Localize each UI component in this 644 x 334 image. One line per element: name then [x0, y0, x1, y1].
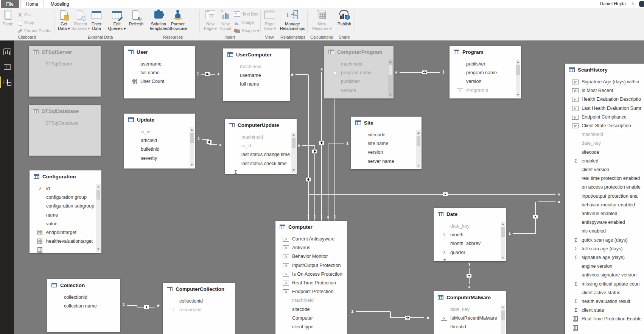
- scroll-up-icon[interactable]: [517, 61, 519, 63]
- table-field[interactable]: sitecode: [351, 131, 422, 139]
- table-field-partial[interactable]: [30, 247, 101, 253]
- entity-table-computer[interactable]: ComputerfxCurrent AntispywarefxAntivirus…: [275, 221, 347, 334]
- entity-table-configuration[interactable]: ConfigurationΣidconfiguration groupconfi…: [30, 170, 101, 253]
- entity-table-scanhistory[interactable]: ScanHistoryfxSignature Age (days) within…: [565, 64, 644, 334]
- partner-showcase-button[interactable]: Partner Showcase: [167, 9, 188, 34]
- sidebar-item-data-view[interactable]: [0, 60, 14, 74]
- table-field[interactable]: healthevaluationtarget: [30, 238, 101, 245]
- table-field[interactable]: Σclient state: [565, 307, 644, 314]
- table-field[interactable]: fxHealth Evaluation Descriptio: [565, 96, 644, 103]
- table-header[interactable]: Site: [351, 117, 422, 129]
- recent-sources-button[interactable]: Recent Sources ▾: [71, 9, 90, 34]
- cut-button[interactable]: Cut: [17, 11, 31, 18]
- entity-table-user[interactable]: Userusernamefull nameUser Count: [124, 46, 195, 98]
- table-scrollbar[interactable]: [516, 59, 520, 97]
- table-field[interactable]: collectionid: [47, 294, 120, 301]
- table-field[interactable]: version: [351, 149, 422, 156]
- table-field[interactable]: fxClient State Description: [565, 122, 644, 130]
- table-field[interactable]: input/output protection ena: [565, 193, 644, 200]
- table-field-partial[interactable]: [124, 164, 195, 169]
- table-header[interactable]: UserComputer: [223, 48, 290, 61]
- tab-modeling[interactable]: Modeling: [45, 0, 74, 8]
- table-header[interactable]: Configuration: [30, 170, 101, 183]
- table-field[interactable]: value: [30, 220, 101, 228]
- new-measure-button[interactable]: New Measure ▾: [311, 9, 333, 34]
- table-field[interactable]: fxEndpoint Compliance: [565, 114, 644, 121]
- entity-table-stsqldatabase[interactable]: STSqlDatabaseSTSqlDatabase: [29, 105, 101, 156]
- table-field[interactable]: last status check time: [225, 160, 297, 167]
- table-field[interactable]: fxIsMostRecentMalware: [434, 315, 506, 322]
- scroll-down-icon[interactable]: [292, 169, 295, 171]
- scrollbar-thumb[interactable]: [501, 311, 505, 320]
- table-field[interactable]: username: [223, 72, 290, 79]
- copy-button[interactable]: Copy: [17, 19, 34, 26]
- table-field[interactable]: last status change time: [225, 151, 297, 158]
- table-scrollbar[interactable]: [501, 305, 505, 334]
- table-field[interactable]: on access protection enable: [565, 184, 644, 191]
- model-canvas[interactable]: 1*1**1*1*11**1*1*1*1*1*1*STSqlServerSTSq…: [14, 41, 644, 334]
- scroll-down-icon[interactable]: [97, 248, 100, 250]
- table-field[interactable]: site name: [351, 140, 422, 147]
- enter-data-button[interactable]: Enter Data: [88, 9, 105, 34]
- table-field[interactable]: fxAntivirus: [275, 244, 347, 251]
- shapes-button[interactable]: Shapes ▾: [234, 27, 259, 34]
- scroll-up-icon[interactable]: [191, 129, 193, 131]
- sidebar-item-model-view[interactable]: [0, 75, 14, 89]
- manage-relationships-button[interactable]: Manage Relationships: [277, 9, 308, 34]
- scroll-up-icon[interactable]: [417, 132, 420, 134]
- table-field[interactable]: Σquick scan age (days): [565, 237, 644, 244]
- scroll-down-icon[interactable]: [191, 164, 193, 166]
- relationship-line-date-scanhistory[interactable]: [538, 201, 555, 202]
- scrollbar-thumb[interactable]: [501, 227, 505, 237]
- chevron-up-icon[interactable]: ∧: [631, 2, 635, 5]
- table-header[interactable]: Collection: [47, 279, 120, 291]
- table-header[interactable]: ComputerCollection: [163, 283, 235, 295]
- entity-table-usercomputer[interactable]: UserComputermachineidusernamefull name: [223, 48, 290, 101]
- table-header[interactable]: Date: [434, 208, 506, 220]
- table-field[interactable]: fxBehavior Monitor: [275, 253, 347, 260]
- table-field[interactable]: machineid: [324, 61, 394, 68]
- table-field[interactable]: fxInput/Output Protection: [275, 262, 347, 269]
- tab-file[interactable]: File: [1, 0, 19, 8]
- relationship-line-usercomputer-computer[interactable]: [296, 74, 308, 75]
- table-field[interactable]: date_key: [565, 140, 644, 147]
- scrollbar-thumb[interactable]: [389, 65, 392, 75]
- table-field-partial[interactable]: [324, 96, 394, 98]
- table-header[interactable]: ScanHistory: [565, 64, 644, 76]
- entity-table-program[interactable]: Programpublisherprogram nameversionfxPro…: [450, 46, 521, 98]
- table-field[interactable]: Σmissing critical update coun: [565, 281, 644, 288]
- table-field[interactable]: STSqlServer: [29, 61, 101, 68]
- table-field[interactable]: fxIs Most Recent: [565, 87, 644, 94]
- entity-table-collection[interactable]: Collectioncollectionidcollection name: [47, 279, 120, 332]
- table-field[interactable]: threatid: [434, 323, 506, 331]
- new-visual-button[interactable]: New Visual: [217, 9, 234, 34]
- table-field[interactable]: sitecode: [275, 306, 347, 313]
- format-painter-button[interactable]: Format Painter: [17, 27, 52, 34]
- table-field[interactable]: machineid: [225, 134, 297, 141]
- table-field[interactable]: date_key: [434, 306, 506, 313]
- table-field[interactable]: fxEndpoint Protection: [275, 288, 347, 295]
- table-field[interactable]: version: [324, 87, 394, 94]
- relationship-line-computer-computermalware[interactable]: [356, 311, 390, 312]
- table-field[interactable]: username: [124, 61, 195, 68]
- table-field[interactable]: Σsignature age (days): [565, 254, 644, 261]
- profile-icon[interactable]: [639, 1, 644, 7]
- relationship-line-site-computer[interactable]: [328, 144, 344, 144]
- table-field[interactable]: Σhealth evaluation result: [565, 298, 644, 305]
- table-field[interactable]: configuration group: [30, 194, 101, 201]
- table-field[interactable]: collection name: [47, 303, 120, 310]
- table-header[interactable]: Program: [450, 46, 521, 58]
- image-button[interactable]: Image: [234, 19, 254, 26]
- table-field-partial[interactable]: Σ: [225, 169, 297, 174]
- text-box-button[interactable]: Text Box: [234, 11, 258, 17]
- table-field[interactable]: client active status: [565, 289, 644, 297]
- entity-table-stsqlserver[interactable]: STSqlServerSTSqlServer: [29, 46, 101, 97]
- relationship-line-update-computerupdate[interactable]: [209, 144, 217, 145]
- scroll-down-icon[interactable]: [502, 257, 504, 259]
- table-field[interactable]: engine version: [565, 263, 644, 270]
- table-field[interactable]: fxCurrent Antispyware: [275, 236, 347, 243]
- relationship-line-computerupdate-computer[interactable]: [314, 145, 315, 221]
- scroll-up-icon[interactable]: [389, 61, 392, 63]
- relationship-line-computerupdate-computer[interactable]: [302, 145, 315, 146]
- scroll-down-icon[interactable]: [389, 94, 392, 96]
